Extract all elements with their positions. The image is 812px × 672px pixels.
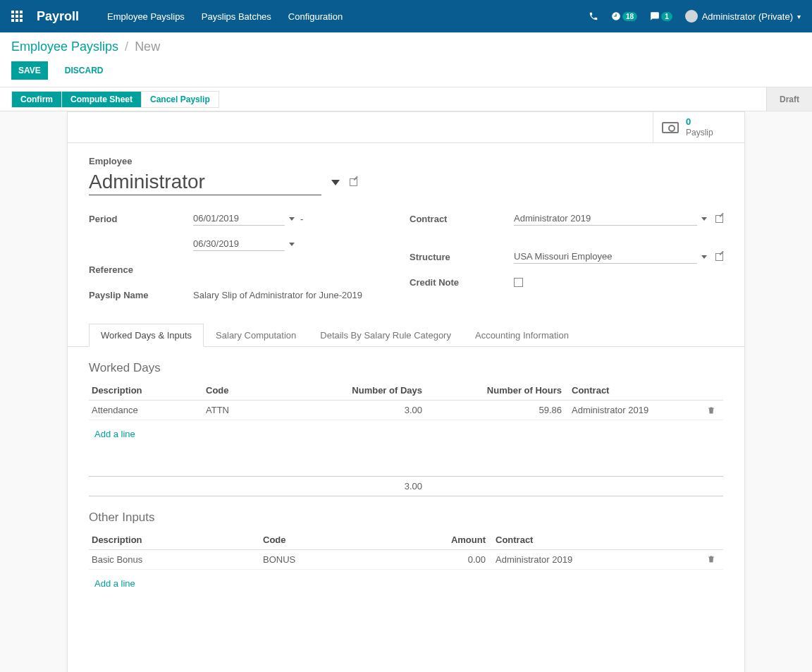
messages-button[interactable]: 1 bbox=[650, 11, 672, 21]
payslip-name-label: Payslip Name bbox=[89, 290, 193, 300]
messages-badge: 1 bbox=[661, 12, 672, 21]
dropdown-icon[interactable] bbox=[289, 217, 295, 221]
dropdown-icon[interactable] bbox=[701, 255, 707, 259]
app-brand[interactable]: Payroll bbox=[37, 9, 79, 24]
apps-icon[interactable] bbox=[11, 11, 23, 22]
tab-worked-days-inputs[interactable]: Worked Days & Inputs bbox=[89, 324, 204, 347]
col-code: Code bbox=[260, 530, 406, 550]
form-sheet: 0 Payslip Employee Period bbox=[67, 111, 745, 672]
table-row[interactable]: Basic Bonus BONUS 0.00 Administrator 201… bbox=[89, 549, 723, 569]
period-label: Period bbox=[89, 214, 193, 224]
other-inputs-table: Description Code Amount Contract Basic B… bbox=[89, 530, 723, 654]
external-link-icon[interactable] bbox=[715, 253, 723, 261]
payslip-stat-button[interactable]: 0 Payslip bbox=[653, 112, 744, 142]
breadcrumb-current: New bbox=[135, 39, 160, 54]
caret-down-icon: ▾ bbox=[797, 13, 801, 20]
dropdown-icon[interactable] bbox=[701, 217, 707, 221]
dropdown-icon[interactable] bbox=[289, 243, 295, 246]
cancel-payslip-button[interactable]: Cancel Payslip bbox=[141, 91, 219, 108]
control-panel: Employee Payslips / New Save Discard bbox=[0, 32, 812, 87]
reference-label: Reference bbox=[89, 264, 193, 275]
avatar bbox=[685, 10, 698, 23]
nav-payslips-batches[interactable]: Payslips Batches bbox=[202, 11, 271, 22]
col-code: Code bbox=[203, 381, 298, 401]
structure-label: Structure bbox=[410, 252, 514, 262]
col-description: Description bbox=[89, 381, 203, 401]
worked-days-title: Worked Days bbox=[89, 361, 723, 375]
chat-icon bbox=[650, 11, 660, 21]
breadcrumb-link[interactable]: Employee Payslips bbox=[11, 39, 118, 54]
col-description: Description bbox=[89, 530, 260, 550]
breadcrumb: Employee Payslips / New bbox=[11, 39, 801, 54]
activities-badge: 18 bbox=[622, 12, 637, 21]
contract-field[interactable] bbox=[514, 212, 697, 226]
discard-button[interactable]: Discard bbox=[58, 61, 111, 80]
compute-sheet-button[interactable]: Compute Sheet bbox=[61, 91, 142, 108]
structure-field[interactable] bbox=[514, 250, 697, 264]
trash-icon[interactable] bbox=[707, 405, 715, 415]
user-name: Administrator (Private) bbox=[702, 11, 793, 22]
period-to-field[interactable] bbox=[193, 237, 285, 251]
confirm-button[interactable]: Confirm bbox=[11, 91, 62, 108]
tabs: Worked Days & Inputs Salary Computation … bbox=[68, 324, 744, 347]
stat-value: 0 bbox=[686, 117, 713, 127]
tab-salary-computation[interactable]: Salary Computation bbox=[204, 324, 308, 346]
worked-days-table: Description Code Number of Days Number o… bbox=[89, 381, 723, 496]
other-inputs-title: Other Inputs bbox=[89, 511, 723, 525]
tab-details-by-rule[interactable]: Details By Salary Rule Category bbox=[308, 324, 463, 346]
activities-button[interactable]: 18 bbox=[611, 11, 637, 21]
tab-accounting-info[interactable]: Accounting Information bbox=[463, 324, 581, 346]
save-button[interactable]: Save bbox=[11, 61, 48, 80]
status-badge: Draft bbox=[766, 87, 812, 111]
col-hours: Number of Hours bbox=[425, 381, 565, 401]
col-amount: Amount bbox=[406, 530, 488, 550]
employee-dropdown-icon[interactable] bbox=[331, 180, 340, 185]
col-contract: Contract bbox=[488, 530, 704, 550]
col-days: Number of Days bbox=[298, 381, 425, 401]
credit-note-label: Credit Note bbox=[410, 277, 514, 288]
navbar: Payroll Employee Payslips Payslips Batch… bbox=[0, 0, 812, 32]
period-from-field[interactable] bbox=[193, 212, 285, 226]
worked-days-total: 3.00 bbox=[298, 476, 425, 496]
phone-icon[interactable] bbox=[589, 11, 598, 21]
add-line-other-inputs[interactable]: Add a line bbox=[92, 574, 138, 593]
trash-icon[interactable] bbox=[707, 554, 715, 564]
add-line-worked-days[interactable]: Add a line bbox=[92, 424, 138, 444]
external-link-icon[interactable] bbox=[350, 178, 357, 186]
clock-icon bbox=[611, 11, 621, 21]
user-menu[interactable]: Administrator (Private) ▾ bbox=[685, 10, 801, 23]
employee-field[interactable] bbox=[89, 169, 321, 195]
payslip-name-value: Salary Slip of Administrator for June-20… bbox=[193, 290, 381, 300]
credit-note-checkbox[interactable] bbox=[514, 278, 523, 287]
col-contract: Contract bbox=[565, 381, 704, 401]
stat-label: Payslip bbox=[686, 128, 713, 138]
money-icon bbox=[662, 122, 679, 133]
statusbar: Confirm Compute Sheet Cancel Payslip Dra… bbox=[0, 87, 812, 111]
contract-label: Contract bbox=[410, 214, 514, 224]
external-link-icon[interactable] bbox=[715, 215, 723, 223]
table-row[interactable]: Attendance ATTN 3.00 59.86 Administrator… bbox=[89, 401, 723, 420]
employee-label: Employee bbox=[89, 156, 723, 166]
nav-employee-payslips[interactable]: Employee Payslips bbox=[107, 11, 185, 22]
nav-configuration[interactable]: Configuration bbox=[288, 11, 343, 22]
